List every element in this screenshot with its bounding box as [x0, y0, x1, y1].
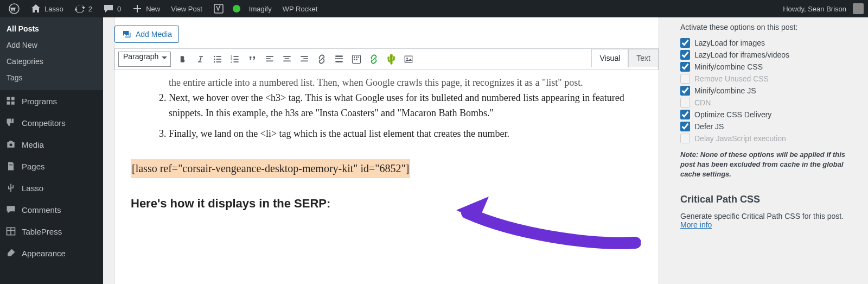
- svg-rect-3: [11, 97, 15, 100]
- yoast-link[interactable]: [208, 0, 229, 17]
- toolbar-toggle-button[interactable]: [348, 51, 365, 68]
- sidebar-item-pages[interactable]: Pages: [0, 155, 103, 177]
- option-checkbox[interactable]: [680, 38, 690, 48]
- sidebar-item-programs[interactable]: Programs: [0, 90, 103, 112]
- cactus-icon: 🌵: [385, 53, 397, 65]
- comment-icon: [103, 3, 114, 14]
- option-checkbox: [680, 98, 690, 108]
- lasso-shortcode: [lasso ref="corsair-vengeance-desktop-me…: [131, 159, 410, 178]
- sidebar-item-media[interactable]: Media: [0, 134, 103, 155]
- option-lazyload-for-images[interactable]: LazyLoad for images: [680, 38, 855, 48]
- ul-button[interactable]: [209, 51, 226, 68]
- submenu-tags[interactable]: Tags: [0, 70, 103, 86]
- editor-wrap: Add Media Visual Text Paragraph 123 🌵: [114, 17, 659, 284]
- svg-rect-8: [9, 166, 13, 166]
- view-post-link[interactable]: View Post: [165, 0, 208, 17]
- format-selector[interactable]: Paragraph: [118, 52, 171, 67]
- link-button[interactable]: [313, 51, 330, 68]
- option-checkbox[interactable]: [680, 86, 690, 96]
- link-icon: [316, 54, 327, 65]
- svg-rect-21: [234, 59, 239, 60]
- imagify-link[interactable]: Imagify: [244, 0, 277, 17]
- option-optimize-css-delivery[interactable]: Optimize CSS Delivery: [680, 110, 855, 119]
- insert-link-green-button[interactable]: [365, 51, 382, 68]
- italic-button[interactable]: [192, 51, 209, 68]
- sidebar-item-tablepress[interactable]: TablePress: [0, 220, 103, 242]
- align-center-button[interactable]: [278, 51, 296, 68]
- tab-visual[interactable]: Visual: [591, 49, 628, 67]
- option-cdn: CDN: [680, 98, 855, 108]
- status-dot[interactable]: [229, 0, 244, 17]
- editor-mode-tabs: Visual Text: [591, 49, 659, 67]
- comments-link[interactable]: 0: [98, 0, 126, 17]
- option-remove-unused-css: Remove Unused CSS: [680, 74, 855, 84]
- svg-rect-39: [359, 56, 360, 58]
- italic-icon: [195, 54, 206, 65]
- option-checkbox[interactable]: [680, 62, 690, 72]
- svg-rect-27: [284, 56, 291, 57]
- submenu-add-new[interactable]: Add New: [0, 37, 103, 53]
- add-media-button[interactable]: Add Media: [114, 26, 179, 43]
- more-info-link[interactable]: More info: [680, 220, 712, 229]
- option-checkbox[interactable]: [680, 50, 690, 60]
- quote-button[interactable]: [244, 51, 261, 68]
- option-checkbox[interactable]: [680, 122, 690, 131]
- content-cutoff-line: the entire article into a numbered list.…: [169, 75, 642, 91]
- chat-icon: [5, 204, 16, 215]
- align-left-button[interactable]: [261, 51, 278, 68]
- site-name: Lasso: [44, 5, 63, 13]
- bold-button[interactable]: [174, 51, 192, 68]
- wordpress-icon: [9, 3, 20, 14]
- ol-icon: 123: [229, 54, 240, 65]
- comments-count: 0: [117, 5, 121, 13]
- site-home-link[interactable]: Lasso: [25, 0, 69, 17]
- home-icon: [30, 3, 41, 14]
- user-avatar[interactable]: [853, 3, 864, 14]
- refresh-icon: [74, 3, 85, 14]
- svg-rect-38: [356, 56, 358, 58]
- option-minify-combine-css[interactable]: Minify/combine CSS: [680, 62, 855, 72]
- new-link[interactable]: New: [126, 0, 165, 17]
- sidebar-item-lasso[interactable]: Lasso: [0, 177, 103, 199]
- ul-icon: [212, 54, 223, 65]
- grid-icon: [5, 96, 16, 106]
- ol-button[interactable]: 123: [226, 51, 244, 68]
- submenu-categories[interactable]: Categories: [0, 53, 103, 70]
- option-checkbox: [680, 74, 690, 84]
- kitchen-sink-icon: [351, 54, 362, 65]
- option-lazyload-for-iframes-videos[interactable]: LazyLoad for iframes/videos: [680, 50, 855, 60]
- wprocket-link[interactable]: WP Rocket: [277, 0, 323, 17]
- submenu-all-posts[interactable]: All Posts: [0, 21, 103, 37]
- green-dot-icon: [233, 5, 240, 12]
- tab-text[interactable]: Text: [628, 49, 659, 67]
- svg-rect-13: [216, 56, 221, 57]
- option-defer-js[interactable]: Defer JS: [680, 122, 855, 131]
- updates-link[interactable]: 2: [69, 0, 98, 17]
- align-right-button[interactable]: [296, 51, 313, 68]
- svg-text:3: 3: [231, 60, 232, 64]
- svg-rect-29: [284, 61, 291, 62]
- option-checkbox[interactable]: [680, 110, 690, 119]
- cactus-button[interactable]: 🌵: [382, 51, 400, 68]
- content-li-3: Finally, we land on the <li> tag which i…: [169, 127, 642, 142]
- svg-rect-28: [285, 58, 289, 59]
- image-button[interactable]: [400, 51, 417, 68]
- svg-rect-15: [216, 59, 221, 60]
- thumbs-down-icon: [5, 117, 16, 128]
- svg-rect-33: [336, 55, 343, 57]
- sidebar-item-competitors[interactable]: Competitors: [0, 112, 103, 134]
- plus-icon: [132, 3, 143, 14]
- sidebar-item-comments[interactable]: Comments: [0, 199, 103, 220]
- align-left-icon: [264, 54, 275, 65]
- image-icon: [403, 54, 414, 65]
- more-button[interactable]: [330, 51, 348, 68]
- sidebar-item-appearance[interactable]: Appearance: [0, 242, 103, 264]
- option-checkbox: [680, 134, 690, 143]
- option-minify-combine-js[interactable]: Minify/combine JS: [680, 86, 855, 96]
- howdy-link[interactable]: Howdy, Sean Brison: [777, 0, 848, 17]
- metabox-note: Note: None of these options will be appl…: [680, 150, 855, 180]
- svg-rect-25: [266, 58, 271, 59]
- align-center-icon: [282, 54, 292, 65]
- wp-logo[interactable]: [3, 0, 25, 17]
- svg-point-12: [214, 56, 215, 58]
